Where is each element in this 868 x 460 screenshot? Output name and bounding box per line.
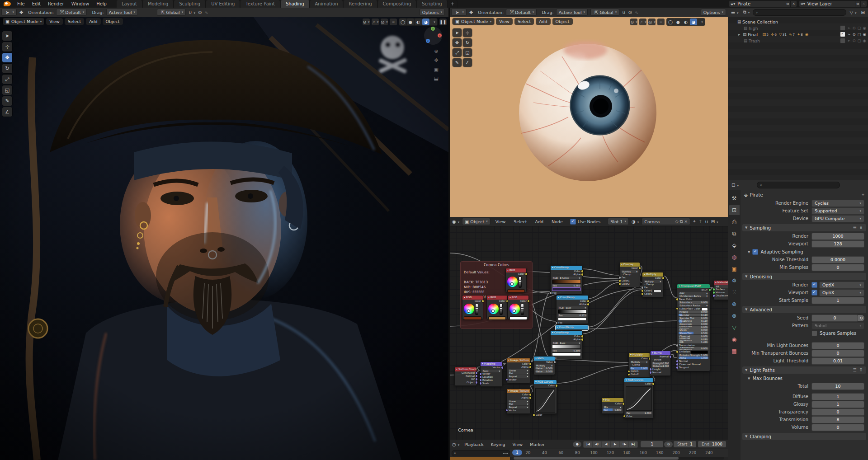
pin-icon[interactable]: ⌖ (693, 219, 696, 224)
tool-select-box[interactable]: ➤ (2, 31, 12, 41)
pattern-dropdown[interactable]: Sobol▾ (811, 322, 864, 329)
prop-tab-constraints[interactable]: ⊛ (729, 311, 740, 321)
current-frame-field[interactable]: 1 (641, 441, 663, 447)
node-multiply[interactable]: ▾ MultiplyColorMultiply▾· ClampFacColor1… (642, 272, 664, 297)
drag-dropdown[interactable]: Active Tool▾ (106, 9, 138, 16)
shading-solid-icon-r[interactable]: ● (675, 19, 682, 25)
node-mix[interactable]: ▾ MixColorMix▾Fac0.500 (601, 398, 624, 414)
hide-icon[interactable]: ⊙ (852, 32, 855, 37)
adaptive-sampling-checkbox[interactable] (752, 249, 758, 255)
fake-user-shield-icon[interactable]: ◇ (675, 219, 678, 224)
visibility-dropdown-icon-r[interactable]: ⊙▾ (630, 19, 637, 25)
snap-node-icon[interactable]: ∪ (705, 219, 708, 224)
timeline-search-field[interactable]: ⌕⟷ (452, 450, 510, 456)
mode-dropdown[interactable]: ▣Object Mode▾ (3, 18, 44, 25)
min-transparent-bounces-field[interactable]: 0 (811, 350, 864, 357)
blender-logo-icon[interactable] (4, 1, 11, 6)
node-principled-bsdf[interactable]: ▾ Principled BSDFBSDFGGX▾Christensen-Bur… (677, 284, 710, 371)
viewport-3d-main[interactable]: ▣Object Mode▾ ViewSelectAddObject ⊙▾ ↗▾ … (0, 17, 448, 460)
copy-scene-icon[interactable]: ⧉ (785, 1, 791, 7)
overlay-node-icon[interactable]: ⊞▾ (711, 219, 718, 224)
timeline-ruler[interactable]: 1 20406080100120140160180200220240 (510, 449, 728, 457)
menu-file[interactable]: File (14, 1, 28, 6)
properties-search-field[interactable]: ⌕ (757, 182, 840, 188)
node-colorramp[interactable]: ▾ ColorRampColorAlphaRGB · Ease▾Pos0.575… (556, 295, 589, 324)
seed-field[interactable]: 0 (811, 314, 858, 322)
feature-set-dropdown[interactable]: Supported▾ (811, 207, 864, 215)
vp2-menu-view[interactable]: View (496, 18, 513, 25)
node-multiply[interactable]: ▾ MultiplyColorMultiply▾· ClampFac1.000C… (628, 352, 650, 378)
viewport-disable-icon[interactable]: ▢ (858, 26, 861, 30)
subsection-max-bounces[interactable]: ▼Max Bounces (748, 375, 866, 382)
active-tool-button[interactable]: ➤▾ (1, 9, 17, 16)
viewport-field[interactable]: 128 (811, 240, 864, 248)
total-field[interactable]: 10 (811, 383, 864, 390)
menu-edit[interactable]: Edit (28, 1, 44, 6)
start-frame-field[interactable]: Start1 (674, 441, 696, 447)
section-clamping[interactable]: ▼Clamping (742, 433, 866, 440)
shading-solid-icon[interactable]: ● (407, 19, 414, 25)
hide-icon[interactable]: ⊙ (852, 26, 855, 30)
use-nodes-toggle[interactable]: Use Nodes (570, 219, 601, 225)
selectable-icon[interactable]: ➣ (847, 32, 850, 37)
perspective-toggle-icon[interactable]: ⬓ (434, 75, 439, 81)
checkrow-square-samples[interactable]: Square Samples (811, 330, 868, 337)
properties-editor-icon[interactable]: ⊟▾ (731, 183, 739, 188)
prop-tab-physics[interactable]: ⊚ (729, 299, 740, 309)
viewport-dropdown[interactable]: OptiX▾ (819, 289, 864, 296)
material-icon[interactable]: ◑▾ (632, 219, 639, 224)
prop-tab-texture[interactable]: ▦ (729, 346, 740, 356)
pivot-dropdown[interactable]: ⇱Global▾ (157, 9, 186, 16)
section-sampling[interactable]: ▼Sampling☰ ⠿ (742, 224, 866, 231)
move-view-icon[interactable]: ✥ (434, 57, 439, 63)
render-disable-icon[interactable]: ◉ (863, 32, 866, 37)
tl-menu-view[interactable]: View (509, 442, 527, 447)
min-samples-field[interactable]: 0 (811, 264, 864, 271)
tool-rotate[interactable]: ↻ (2, 64, 12, 73)
view-layer-selector[interactable]: ⧉▾ View Layer ⧉ × (799, 0, 867, 7)
vp-menu-select[interactable]: Select (65, 18, 84, 25)
menu-window[interactable]: Window (68, 1, 93, 6)
shader-type-dropdown[interactable]: ▣Object▾ (462, 218, 490, 225)
pin-id-icon[interactable]: ⌖ (862, 192, 864, 197)
vp-menu-add[interactable]: Add (86, 18, 100, 25)
tool2-select-box[interactable]: ➤ (453, 28, 462, 37)
node-image-texture[interactable]: ▾ Image TextureColorAlphaLinear▾Flat▾Rep… (506, 389, 531, 414)
overlays-dropdown-icon-r[interactable]: ◎▾ (648, 19, 656, 25)
tab-rendering[interactable]: Rendering (344, 0, 377, 8)
xray-toggle-icon-r[interactable]: ⧈ (657, 19, 665, 25)
vp2-menu-object[interactable]: Object (552, 18, 573, 25)
shading-dropdown-icon-r[interactable]: ▾ (698, 19, 705, 25)
unlink-material-icon[interactable]: × (684, 219, 688, 224)
jump-start-button[interactable]: |◀ (584, 441, 592, 447)
outliner-filter-obj-icon[interactable]: ⧉▾ (743, 9, 750, 15)
jump-end-button[interactable]: ▶| (629, 441, 637, 447)
selectable-icon[interactable]: ➣ (847, 38, 850, 43)
node-rgb[interactable]: ▾ RGBColor (505, 268, 527, 292)
prop-tab-particles[interactable]: ⁙ (729, 287, 740, 297)
node-colorramp[interactable]: ▾ ColorRampColorAlphaRGB · B-Spline▾Pos0… (550, 265, 583, 294)
node-rgb-curves[interactable]: ▾ RGB CurvesColorFac1.000Color (624, 378, 654, 418)
visibility-dropdown-icon[interactable]: ⊙▾ (363, 19, 370, 25)
tab-scripting[interactable]: Scripting (417, 0, 447, 8)
outliner-display-mode-icon[interactable]: ☰▾ (731, 10, 738, 15)
tool2-rotate[interactable]: ↻ (463, 38, 472, 47)
zoom-icon[interactable]: ⊕ (434, 48, 439, 54)
light-threshold-field[interactable]: 0.01 (811, 357, 864, 365)
outliner-row-trash[interactable]: ▤Trash➣⊙▢◉ (728, 38, 868, 44)
prop-tab-output[interactable]: ⎙ (729, 217, 740, 227)
render-dropdown[interactable]: OptiX▾ (819, 282, 864, 289)
selectable-icon[interactable]: ➣ (847, 26, 850, 30)
tool-move[interactable]: ✥ (2, 53, 12, 62)
noise-threshold-field[interactable]: 0.0000 (811, 256, 864, 263)
scene-selector[interactable]: ⬙▾ Pirate ⧉ × (729, 0, 797, 7)
prop-tab-object-data[interactable]: ▽ (729, 323, 740, 333)
node-math[interactable]: ▾ MathValueMultiply▾Value0.500Value0.500 (533, 356, 555, 375)
add-workspace-button[interactable]: + (448, 0, 458, 8)
prop-tab-material[interactable]: ◉ (729, 334, 740, 344)
volume-field[interactable]: 0 (811, 424, 864, 431)
camera-view-icon[interactable]: ▣ (434, 66, 439, 72)
shader-menu-view[interactable]: View (492, 219, 509, 224)
drag-dropdown-right[interactable]: Active Tool▾ (556, 9, 588, 16)
shading-rendered-icon-r[interactable]: ◕ (690, 19, 697, 25)
